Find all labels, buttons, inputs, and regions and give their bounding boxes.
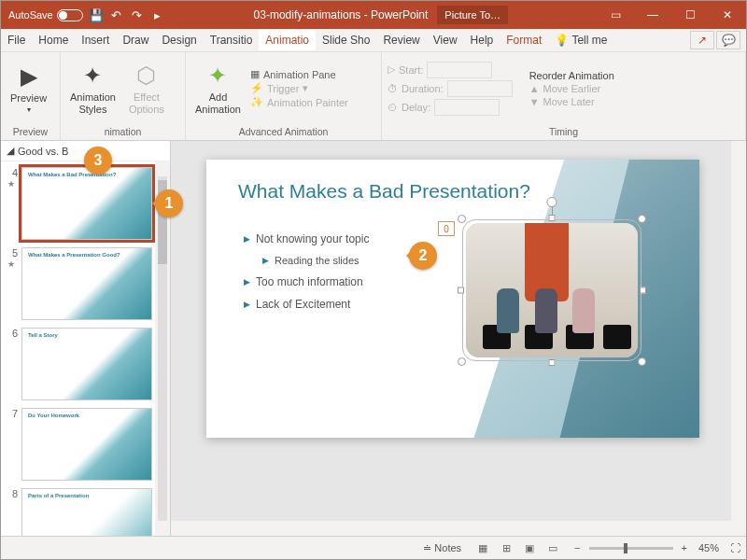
maximize-button[interactable]: ☐ [671, 1, 709, 29]
tab-view[interactable]: View [427, 30, 464, 50]
rotate-handle[interactable] [547, 197, 557, 207]
resize-handle[interactable] [458, 357, 466, 366]
editor-scrollbar-h[interactable] [171, 521, 731, 536]
undo-icon[interactable]: ↶ [109, 7, 124, 22]
animation-styles-button[interactable]: ✦Animation Styles [66, 60, 120, 117]
zoom-level[interactable]: 45% [693, 542, 725, 553]
tab-draw[interactable]: Draw [116, 30, 155, 50]
animation-star-icon: ★ [7, 259, 15, 269]
reorder-label: Reorder Animation [529, 70, 614, 81]
start-slideshow-icon[interactable]: ▸ [150, 7, 165, 22]
trigger-icon: ⚡ [250, 82, 263, 94]
resize-handle[interactable] [549, 359, 556, 366]
start-label: Start: [399, 64, 423, 76]
duration-input [447, 80, 513, 97]
star-icon: ✦ [83, 62, 102, 90]
slide-editor[interactable]: What Makes a Bad Presentation? ▶Not know… [171, 141, 746, 536]
document-title: 03-modify-animations - PowerPoint [254, 8, 429, 21]
tab-home[interactable]: Home [32, 30, 75, 50]
animation-star-icon: ★ [7, 179, 15, 189]
start-select [427, 62, 492, 78]
title-bar: AutoSave 💾 ↶ ↷ ▸ 03-modify-animations - … [1, 1, 746, 29]
tab-help[interactable]: Help [464, 30, 500, 50]
painter-icon: ✨ [250, 96, 263, 108]
trigger-button: ⚡Trigger ▾ [250, 82, 348, 94]
resize-handle[interactable] [638, 215, 646, 223]
duration-label: Duration: [402, 83, 444, 94]
toggle-off-icon [57, 9, 83, 21]
move-later-button: ▼ Move Later [529, 96, 614, 107]
delay-label: Delay: [402, 102, 430, 113]
reading-view-button[interactable]: ▣ [519, 539, 540, 556]
thumbnail-5[interactable]: 5★ What Makes a Presentation Good? [1, 242, 170, 322]
group-label-animation: nimation [61, 124, 185, 140]
tab-review[interactable]: Review [376, 30, 426, 50]
notes-button[interactable]: ≐ Notes [417, 542, 467, 554]
fit-to-window-button[interactable]: ⛶ [725, 542, 746, 553]
resize-handle[interactable] [458, 287, 464, 294]
resize-handle[interactable] [549, 215, 556, 221]
ribbon: ▶Preview▾ Preview ✦Animation Styles ⬡Eff… [1, 52, 746, 141]
slide-title[interactable]: What Makes a Bad Presentation? [238, 180, 530, 203]
share-button[interactable]: ↗ [690, 31, 714, 49]
add-animation-button[interactable]: ✦Add Animation [191, 60, 245, 117]
ribbon-options-icon[interactable]: ▭ [597, 1, 634, 29]
zoom-out-button[interactable]: − [574, 542, 580, 553]
image-content [466, 223, 638, 357]
duration-icon: ⏱ [388, 83, 398, 94]
animation-pane-button[interactable]: ▦Animation Pane [250, 68, 348, 80]
callout-1: 1 [155, 189, 183, 217]
picture-tools-tab[interactable]: Picture To… [437, 6, 508, 24]
slide-canvas[interactable]: What Makes a Bad Presentation? ▶Not know… [206, 160, 699, 438]
pane-icon: ▦ [250, 68, 260, 80]
status-bar: ≐ Notes ▦ ⊞ ▣ ▭ − + 45% ⛶ [1, 536, 746, 559]
tell-me[interactable]: 💡 Tell me [548, 30, 613, 50]
save-icon[interactable]: 💾 [89, 7, 104, 22]
preview-icon: ▶ [21, 63, 37, 91]
animation-painter-button: ✨Animation Painter [250, 96, 348, 108]
delay-icon: ⏲ [388, 102, 398, 113]
start-icon: ▷ [388, 63, 395, 76]
zoom-in-button[interactable]: + [682, 542, 687, 553]
add-star-icon: ✦ [208, 62, 227, 90]
animation-order-tag[interactable]: 0 [438, 221, 455, 236]
thumb-scrollbar[interactable] [155, 161, 170, 536]
preview-button[interactable]: ▶Preview▾ [7, 61, 50, 117]
tab-slideshow[interactable]: Slide Sho [316, 30, 376, 50]
thumbnail-6[interactable]: 6 Tell a Story [1, 322, 170, 402]
move-earlier-button: ▲ Move Earlier [529, 83, 614, 94]
selected-image[interactable]: 0 [458, 216, 645, 365]
tab-file[interactable]: File [1, 30, 32, 50]
slideshow-view-button[interactable]: ▭ [543, 539, 563, 556]
resize-handle[interactable] [640, 287, 646, 294]
thumbnail-7[interactable]: 7 Do Your Homework [1, 402, 170, 483]
tab-transitions[interactable]: Transitio [204, 30, 260, 50]
tab-insert[interactable]: Insert [75, 30, 116, 50]
tab-design[interactable]: Design [155, 30, 203, 50]
redo-icon[interactable]: ↷ [130, 7, 145, 22]
normal-view-button[interactable]: ▦ [472, 539, 493, 556]
bullet-list[interactable]: ▶Not knowing your topic ▶Reading the sli… [244, 232, 369, 320]
effect-icon: ⬡ [136, 62, 156, 90]
group-label-timing: Timing [382, 124, 745, 140]
tab-format[interactable]: Format [500, 30, 548, 50]
comments-button[interactable]: 💬 [716, 31, 740, 49]
group-label-advanced: Advanced Animation [186, 124, 381, 140]
delay-input [434, 99, 500, 116]
editor-scrollbar-v[interactable] [731, 141, 746, 536]
minimize-button[interactable]: — [634, 1, 671, 29]
zoom-slider[interactable] [589, 547, 673, 550]
resize-handle[interactable] [638, 357, 646, 366]
thumbnail-8[interactable]: 8 Parts of a Presentation [1, 483, 170, 536]
close-button[interactable]: ✕ [709, 1, 746, 29]
ribbon-tabs: File Home Insert Draw Design Transitio A… [1, 29, 746, 52]
callout-3: 3 [84, 147, 112, 175]
group-label-preview: Preview [1, 124, 60, 140]
sorter-view-button[interactable]: ⊞ [496, 539, 516, 556]
tab-animations[interactable]: Animatio [259, 30, 316, 50]
autosave-toggle[interactable]: AutoSave [8, 9, 83, 21]
effect-options-button: ⬡Effect Options [125, 60, 168, 117]
resize-handle[interactable] [458, 215, 466, 223]
callout-2: 2 [409, 242, 437, 270]
thumbnail-4[interactable]: 4★ What Makes a Bad Presentation? [1, 161, 170, 242]
